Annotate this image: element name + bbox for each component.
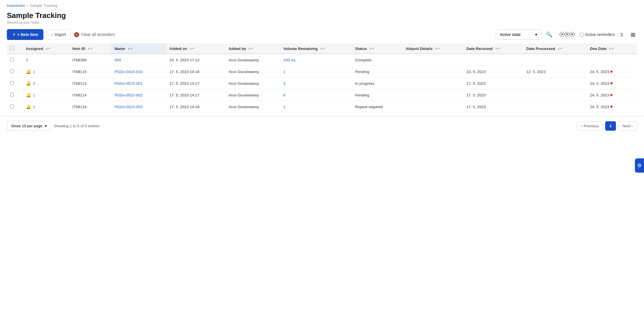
sort-icons-dateprocessed: ▲▼ <box>557 47 563 50</box>
row-added-on: 17. 5. 2023 14:18 <box>166 66 225 78</box>
row-name[interactable]: PGDx-0423-010 <box>111 66 166 78</box>
col-header-volume[interactable]: Volume Remaining ▲▼ <box>280 43 352 54</box>
row-volume[interactable]: 3 <box>280 78 352 89</box>
main-table: Assigned ▲▼ Item ID ▲▼ Name ▲▼ Added on … <box>7 43 637 113</box>
sort-icons-addedon: ▲▼ <box>189 47 195 50</box>
page-subtitle: Owned by your Team <box>7 21 637 25</box>
row-volume[interactable]: 1 <box>280 101 352 113</box>
row-name-link[interactable]: PGDx-0523-002 <box>115 93 143 97</box>
row-name[interactable]: PGDx-0523-002 <box>111 89 166 101</box>
barcode-button[interactable]: ⦿⦿⦿ <box>557 30 576 40</box>
row-checkbox[interactable] <box>10 104 14 108</box>
row-volume-link[interactable]: 6 <box>283 93 286 97</box>
row-assigned: 🔔1 <box>23 101 69 112</box>
chart-button[interactable]: ▦ <box>629 30 637 39</box>
row-due-date: 24. 5. 2023 <box>587 101 637 113</box>
row-added-on: 17. 5. 2023 14:17 <box>166 89 225 101</box>
toolbar-right: 🔍 ⦿⦿⦿ Active reminders ⧖ ▦ <box>544 30 637 40</box>
col-header-aliquot[interactable]: Aliquot Details ▲▼ <box>402 43 463 54</box>
toolbar: ＋ + New item ↑ Import 🔕 Clear all remind… <box>0 29 644 43</box>
pagination: ‹ Previous 1 Next › <box>577 121 637 131</box>
col-header-addedby[interactable]: Added by ▲▼ <box>225 43 280 54</box>
col-header-datereceived[interactable]: Date Received ▲▼ <box>463 43 523 54</box>
row-volume-link[interactable]: 100 mL <box>283 58 296 62</box>
active-reminders-toggle[interactable]: Active reminders <box>580 32 615 37</box>
select-all-checkbox[interactable] <box>10 46 14 50</box>
due-date-wrap: 24. 5. 2023 <box>590 81 634 86</box>
table-row: 🔔1IT68114PGDx-0523-00217. 5. 2023 14:17A… <box>7 89 637 101</box>
row-volume-link[interactable]: 1 <box>283 105 286 109</box>
sort-icons-itemid: ▲▼ <box>87 47 93 50</box>
next-button[interactable]: Next › <box>618 121 637 131</box>
row-volume-link[interactable]: 3 <box>283 81 286 86</box>
col-header-addedon[interactable]: Added on ▲▼ <box>166 43 225 54</box>
assigned-number[interactable]: 1 <box>33 70 35 74</box>
row-checkbox-cell[interactable] <box>7 101 23 113</box>
bell-icon[interactable]: 🔔 <box>26 81 31 86</box>
row-status: Pending <box>352 89 402 101</box>
row-checkbox-cell[interactable] <box>7 89 23 101</box>
assigned-number[interactable]: 2 <box>26 58 28 62</box>
row-date-received: 17. 5. 2023 <box>463 101 523 113</box>
row-item-id: IT68113 <box>69 78 111 89</box>
active-reminders-checkbox[interactable] <box>580 33 583 37</box>
row-checkbox[interactable] <box>10 58 14 61</box>
col-header-duedate[interactable]: Due Date ▲▼ <box>587 43 637 54</box>
row-status: Repeat required <box>352 101 402 113</box>
row-volume[interactable]: 100 mL <box>280 54 352 66</box>
clear-reminders-button[interactable]: 🔕 Clear all reminders <box>74 32 115 37</box>
col-header-itemid[interactable]: Item ID ▲▼ <box>69 43 111 54</box>
row-aliquot <box>402 54 463 66</box>
row-name-link[interactable]: PGDx-0523-003 <box>115 105 143 109</box>
row-aliquot <box>402 89 463 101</box>
assigned-number[interactable]: 1 <box>33 105 35 109</box>
bell-icon[interactable]: 🔔 <box>26 104 31 109</box>
row-checkbox-cell[interactable] <box>7 66 23 78</box>
row-checkbox[interactable] <box>10 81 14 85</box>
row-due-date <box>587 54 637 66</box>
chevron-left-icon: ‹ <box>581 124 583 128</box>
select-all-header[interactable] <box>7 43 23 54</box>
assigned-number[interactable]: 2 <box>33 81 35 86</box>
row-volume[interactable]: 1 <box>280 66 352 78</box>
col-header-dateprocessed[interactable]: Date Processed ▲▼ <box>523 43 587 54</box>
due-date-dot <box>610 106 613 108</box>
col-header-assigned[interactable]: Assigned ▲▼ <box>23 43 69 54</box>
sort-icons-duedate: ▲▼ <box>609 47 614 50</box>
import-button[interactable]: ↑ Import <box>46 29 71 40</box>
row-aliquot <box>402 66 463 78</box>
per-page-dropdown[interactable]: Show 10 per page ▾ <box>7 121 51 131</box>
page-1-button[interactable]: 1 <box>605 121 616 131</box>
footer-left: Show 10 per page ▾ Showing 1 to 5 of 5 e… <box>7 121 99 131</box>
search-button[interactable]: 🔍 <box>544 30 554 39</box>
row-name-link[interactable]: PGDx-0523-001 <box>115 81 143 86</box>
row-name[interactable]: PGDx-0523-001 <box>111 78 166 89</box>
due-date-wrap: 24. 5. 2023 <box>590 105 634 109</box>
row-checkbox-cell[interactable] <box>7 54 23 66</box>
bell-icon[interactable]: 🔔 <box>26 69 31 74</box>
due-date-dot <box>610 82 613 84</box>
previous-button[interactable]: ‹ Previous <box>577 121 603 131</box>
row-aliquot <box>402 78 463 89</box>
filter-button[interactable]: ⧖ <box>618 30 625 39</box>
row-volume[interactable]: 6 <box>280 89 352 101</box>
assigned-number[interactable]: 1 <box>33 93 35 97</box>
row-checkbox[interactable] <box>10 69 14 73</box>
row-checkbox-cell[interactable] <box>7 78 23 89</box>
bell-icon[interactable]: 🔔 <box>26 93 31 97</box>
new-item-button[interactable]: ＋ + New item <box>7 29 43 40</box>
breadcrumb-current: Sample Tracking <box>30 3 57 8</box>
next-label: Next <box>623 124 631 128</box>
row-checkbox[interactable] <box>10 93 14 96</box>
row-name-link[interactable]: PGDx-0423-010 <box>115 70 143 74</box>
breadcrumb-parent[interactable]: Inventories <box>7 3 25 8</box>
clear-reminders-label: Clear all reminders <box>81 32 115 37</box>
row-item-id: IT68114 <box>69 89 111 101</box>
row-name[interactable]: PGDx-0523-003 <box>111 101 166 113</box>
row-name[interactable]: 005 <box>111 54 166 66</box>
active-state-dropdown[interactable]: Active state ▾ <box>496 29 541 40</box>
row-volume-link[interactable]: 1 <box>283 70 286 74</box>
row-name-link[interactable]: 005 <box>115 58 121 62</box>
col-header-status[interactable]: Status ▲▼ <box>352 43 402 54</box>
col-header-name[interactable]: Name ▲▼ <box>111 43 166 54</box>
